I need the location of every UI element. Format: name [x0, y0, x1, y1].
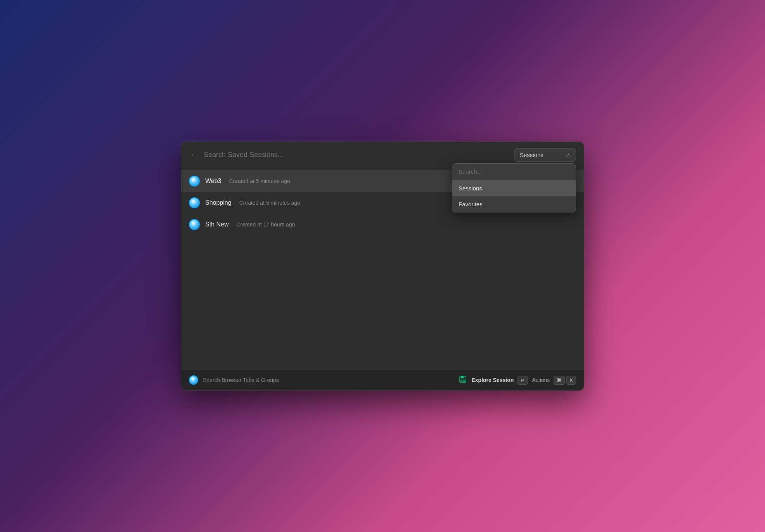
search-input[interactable]	[204, 151, 509, 159]
session-meta-sth-new: Created at 17 hours ago	[236, 221, 295, 228]
dropdown-search-input[interactable]	[459, 168, 569, 175]
explore-session-label: Explore Session	[471, 377, 514, 383]
session-name-sth-new: Sth New	[205, 221, 228, 228]
footer-search-text: Search Browser Tabs & Groups	[203, 377, 454, 383]
dropdown-container: Sessions ∧ Sessions Favorites	[514, 148, 576, 162]
header: ← Sessions ∧ Sessions Favorites	[181, 142, 584, 168]
session-item-sth-new[interactable]: Sth New Created at 17 hours ago	[181, 214, 584, 235]
content-area	[181, 238, 584, 370]
session-meta-shopping: Created at 5 minutes ago	[239, 200, 300, 206]
enter-key-badge: ↵	[518, 376, 528, 385]
kbd-group: ⌘ K	[554, 376, 576, 385]
session-meta-web3: Created at 5 minutes ago	[229, 178, 290, 184]
svg-rect-3	[462, 380, 463, 382]
dropdown-item-favorites[interactable]: Favorites	[452, 196, 576, 212]
save-icon	[459, 375, 467, 385]
back-button[interactable]: ←	[189, 150, 199, 160]
back-icon: ←	[190, 151, 197, 158]
dropdown-item-sessions[interactable]: Sessions	[452, 180, 576, 196]
chevron-up-icon: ∧	[567, 152, 570, 157]
dropdown-menu: Sessions Favorites	[452, 163, 576, 212]
session-name-shopping: Shopping	[205, 199, 232, 206]
svg-rect-1	[461, 376, 464, 378]
session-name-web3: Web3	[205, 178, 222, 185]
k-key-badge: K	[566, 376, 576, 385]
main-window: ← Sessions ∧ Sessions Favorites	[181, 142, 584, 391]
dropdown-toggle[interactable]: Sessions ∧	[514, 148, 576, 162]
dropdown-selected-label: Sessions	[520, 152, 543, 158]
cmd-key-badge: ⌘	[554, 376, 565, 385]
session-icon-web3	[189, 176, 200, 187]
footer-icon	[189, 375, 198, 385]
session-icon-shopping	[189, 197, 200, 208]
session-icon-sth-new	[189, 219, 200, 230]
footer-actions: Explore Session ↵ Actions ⌘ K	[471, 376, 576, 385]
footer: Search Browser Tabs & Groups Explore Ses…	[181, 370, 584, 390]
actions-label: Actions	[532, 377, 550, 383]
dropdown-search-container	[452, 164, 576, 180]
